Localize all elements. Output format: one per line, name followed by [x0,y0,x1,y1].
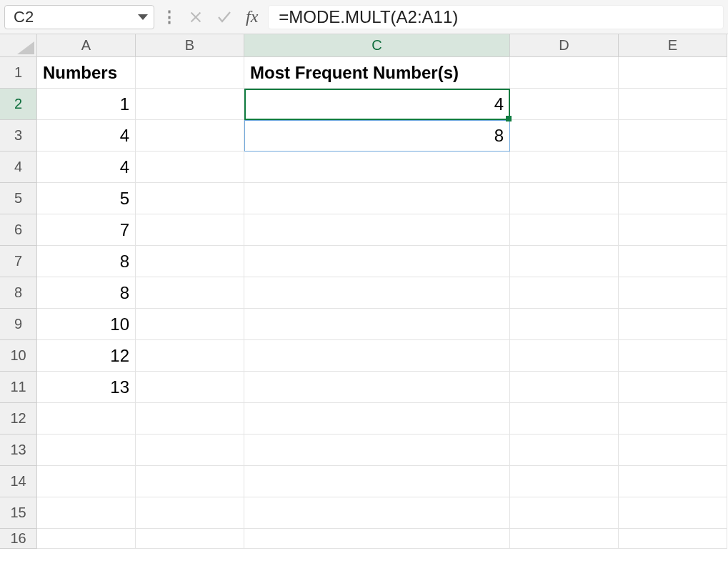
cell-B3[interactable] [136,120,244,152]
row-header-7[interactable]: 7 [0,246,37,277]
row-header-2[interactable]: 2 [0,89,37,120]
cell-E9[interactable] [619,309,727,340]
col-header-C[interactable]: C [244,34,510,57]
col-header-D[interactable]: D [510,34,619,57]
cell-E8[interactable] [619,277,727,309]
cell-C3[interactable]: 8 [244,120,510,152]
cell-D15[interactable] [510,497,619,529]
cell-E10[interactable] [619,340,727,372]
cell-C6[interactable] [244,214,510,246]
cell-A1[interactable]: Numbers [37,57,136,89]
cell-D2[interactable] [510,89,619,120]
row-header-15[interactable]: 15 [0,497,37,529]
cell-B15[interactable] [136,497,244,529]
cell-A16[interactable] [37,529,136,549]
cell-E4[interactable] [619,152,727,183]
cell-A5[interactable]: 5 [37,183,136,214]
cell-A9[interactable]: 10 [37,309,136,340]
cell-C13[interactable] [244,435,510,466]
cell-D14[interactable] [510,466,619,497]
cell-D9[interactable] [510,309,619,340]
cell-E15[interactable] [619,497,727,529]
cell-B6[interactable] [136,214,244,246]
cell-A14[interactable] [37,466,136,497]
cell-C2[interactable]: 4 [244,89,510,120]
col-header-A[interactable]: A [37,34,136,57]
cell-B13[interactable] [136,435,244,466]
cell-D8[interactable] [510,277,619,309]
cell-C10[interactable] [244,340,510,372]
cell-C8[interactable] [244,277,510,309]
cell-A10[interactable]: 12 [37,340,136,372]
row-header-5[interactable]: 5 [0,183,37,214]
cell-D16[interactable] [510,529,619,549]
cell-B2[interactable] [136,89,244,120]
cell-C11[interactable] [244,372,510,403]
cell-D6[interactable] [510,214,619,246]
cell-B4[interactable] [136,152,244,183]
cell-C7[interactable] [244,246,510,277]
cell-D12[interactable] [510,403,619,435]
cell-B8[interactable] [136,277,244,309]
cell-C5[interactable] [244,183,510,214]
select-all-corner[interactable] [0,34,37,57]
cell-E14[interactable] [619,466,727,497]
cell-C12[interactable] [244,403,510,435]
cell-B1[interactable] [136,57,244,89]
cell-E5[interactable] [619,183,727,214]
cell-A11[interactable]: 13 [37,372,136,403]
cell-A8[interactable]: 8 [37,277,136,309]
cell-B14[interactable] [136,466,244,497]
col-header-B[interactable]: B [136,34,244,57]
cell-E13[interactable] [619,435,727,466]
cell-E7[interactable] [619,246,727,277]
row-header-3[interactable]: 3 [0,120,37,152]
cell-E12[interactable] [619,403,727,435]
col-header-E[interactable]: E [619,34,727,57]
cell-A13[interactable] [37,435,136,466]
cell-B11[interactable] [136,372,244,403]
cell-E1[interactable] [619,57,727,89]
cell-B9[interactable] [136,309,244,340]
cell-E16[interactable] [619,529,727,549]
cell-A6[interactable]: 7 [37,214,136,246]
cell-D7[interactable] [510,246,619,277]
cell-D10[interactable] [510,340,619,372]
cell-A4[interactable]: 4 [37,152,136,183]
cell-E2[interactable] [619,89,727,120]
cell-D4[interactable] [510,152,619,183]
cell-E11[interactable] [619,372,727,403]
row-header-13[interactable]: 13 [0,435,37,466]
cell-C4[interactable] [244,152,510,183]
row-header-10[interactable]: 10 [0,340,37,372]
cell-D1[interactable] [510,57,619,89]
name-box[interactable]: C2 [4,5,154,29]
cell-E6[interactable] [619,214,727,246]
cell-A12[interactable] [37,403,136,435]
cell-D5[interactable] [510,183,619,214]
row-header-12[interactable]: 12 [0,403,37,435]
cell-D13[interactable] [510,435,619,466]
cell-D11[interactable] [510,372,619,403]
cell-A3[interactable]: 4 [37,120,136,152]
cell-B16[interactable] [136,529,244,549]
cell-B7[interactable] [136,246,244,277]
cell-C15[interactable] [244,497,510,529]
enter-formula-button[interactable] [213,6,236,29]
cell-C16[interactable] [244,529,510,549]
row-header-14[interactable]: 14 [0,466,37,497]
cell-D3[interactable] [510,120,619,152]
cell-B10[interactable] [136,340,244,372]
row-header-11[interactable]: 11 [0,372,37,403]
fx-icon[interactable]: fx [246,7,258,26]
row-header-8[interactable]: 8 [0,277,37,309]
row-header-4[interactable]: 4 [0,152,37,183]
cancel-formula-button[interactable] [184,6,207,29]
formula-input[interactable]: =MODE.MULT(A2:A11) [268,5,724,29]
row-header-16[interactable]: 16 [0,529,37,549]
row-header-6[interactable]: 6 [0,214,37,246]
cell-B12[interactable] [136,403,244,435]
cell-B5[interactable] [136,183,244,214]
cell-A7[interactable]: 8 [37,246,136,277]
cell-E3[interactable] [619,120,727,152]
